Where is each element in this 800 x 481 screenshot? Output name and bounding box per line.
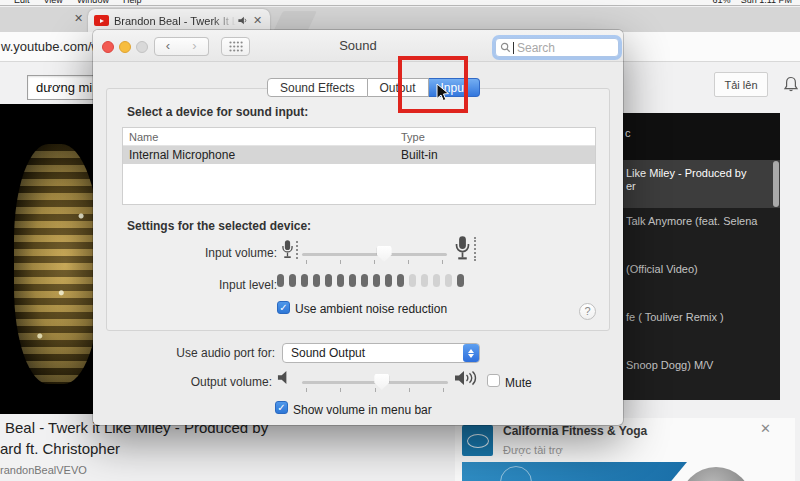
menu-item-window[interactable]: Window bbox=[77, 0, 109, 5]
ad-banner[interactable] bbox=[462, 462, 687, 481]
ambient-noise-label: Use ambient noise reduction bbox=[295, 302, 447, 316]
level-segment bbox=[421, 274, 428, 287]
playlist-item[interactable]: Talk Anymore (feat. Selena bbox=[623, 208, 780, 256]
level-segment bbox=[349, 274, 356, 287]
search-placeholder: Search bbox=[517, 41, 555, 55]
mute-checkbox[interactable] bbox=[487, 374, 500, 387]
playlist-scrollbar[interactable] bbox=[773, 161, 779, 207]
video-player[interactable] bbox=[0, 104, 96, 414]
playlist-item-title: Talk Anymore (feat. Selena bbox=[626, 215, 770, 228]
input-settings-groupbox bbox=[106, 88, 610, 331]
column-name[interactable]: Name bbox=[123, 131, 401, 143]
menu-item-edit[interactable]: Edit bbox=[14, 0, 30, 5]
playlist-item[interactable]: Like Miley - Produced byer bbox=[623, 160, 780, 208]
mute-label: Mute bbox=[505, 376, 532, 390]
playlist-item[interactable]: Snoop Dogg) M/V bbox=[623, 352, 780, 400]
tab-title: Brandon Beal - Twerk It Lik bbox=[114, 15, 236, 27]
output-volume-ticks bbox=[306, 388, 444, 392]
playlist-panel: c Like Miley - Produced byerTalk Anymore… bbox=[623, 113, 780, 400]
macos-menu-bar: EditViewWindowHelp 61% Sun 1:11 PM bbox=[0, 0, 800, 6]
level-segment bbox=[337, 274, 344, 287]
playlist-item[interactable]: (Official Video) bbox=[623, 256, 780, 304]
level-segment bbox=[385, 274, 392, 287]
notification-bell-icon[interactable] bbox=[783, 76, 799, 97]
input-volume-slider[interactable] bbox=[302, 253, 447, 256]
new-tab-button[interactable] bbox=[273, 11, 317, 32]
level-segment bbox=[301, 274, 308, 287]
video-title-line2: ard ft. Christopher bbox=[0, 440, 120, 457]
screen: EditViewWindowHelp 61% Sun 1:11 PM ✕ Bra… bbox=[0, 0, 800, 481]
playlist-item-title: fe ( Touliver Remix ) bbox=[626, 311, 770, 324]
table-row[interactable]: Internal Microphone Built-in bbox=[123, 146, 595, 164]
upload-button[interactable]: Tải lên bbox=[714, 72, 768, 97]
playlist-item-title: Like Miley - Produced by bbox=[626, 167, 770, 180]
mic-large-icon bbox=[454, 234, 471, 268]
playlist-item-title: Snoop Dogg) M/V bbox=[626, 359, 770, 372]
ad-close-icon[interactable]: ✕ bbox=[760, 421, 771, 436]
speaker-loud-icon bbox=[454, 370, 480, 390]
menu-item-view[interactable]: View bbox=[44, 0, 63, 5]
prev-tab-close-icon[interactable]: ✕ bbox=[74, 12, 83, 25]
window-titlebar[interactable]: ‹ › Sound Search bbox=[93, 30, 623, 62]
youtube-favicon-icon bbox=[94, 15, 109, 26]
video-frame-content bbox=[14, 144, 96, 384]
annotation-highlight-box bbox=[398, 56, 468, 113]
search-icon bbox=[500, 42, 511, 53]
speaker-quiet-icon bbox=[277, 370, 292, 389]
playlist-item[interactable]: fe ( Touliver Remix ) bbox=[623, 304, 780, 352]
battery-percent: 61% bbox=[713, 0, 731, 5]
help-button[interactable]: ? bbox=[579, 303, 596, 320]
mic-large-dots bbox=[474, 237, 476, 261]
youtube-search-value: dương min bbox=[36, 80, 99, 95]
show-volume-menubar-checkbox[interactable]: ✓ bbox=[275, 401, 288, 414]
level-segment bbox=[277, 274, 284, 287]
ad-panel: California Fitness & Yoga Được tài trợ ✕ bbox=[455, 418, 795, 481]
tab-close-icon[interactable]: ✕ bbox=[253, 14, 262, 27]
input-volume-ticks bbox=[306, 260, 443, 264]
tab-audio-icon bbox=[237, 12, 248, 30]
channel-name[interactable]: randonBealVEVO bbox=[0, 464, 87, 476]
playlist-header: c bbox=[623, 113, 780, 160]
menu-items: EditViewWindowHelp bbox=[14, 0, 141, 5]
menu-item-help[interactable]: Help bbox=[123, 0, 142, 5]
mic-small-dots bbox=[296, 241, 298, 259]
device-type: Built-in bbox=[401, 148, 438, 162]
level-segment bbox=[373, 274, 380, 287]
settings-section-heading: Settings for the selected device: bbox=[127, 219, 311, 233]
mic-small-icon bbox=[281, 238, 294, 266]
device-section-heading: Select a device for sound input: bbox=[127, 105, 308, 119]
audio-port-label: Use audio port for: bbox=[155, 346, 275, 360]
playlist-item-title: (Official Video) bbox=[626, 263, 770, 276]
level-segment bbox=[397, 274, 404, 287]
upload-button-label: Tải lên bbox=[724, 79, 757, 91]
output-volume-label: Output volume: bbox=[172, 375, 272, 389]
ambient-noise-checkbox[interactable]: ✓ bbox=[277, 301, 290, 314]
level-segment bbox=[361, 274, 368, 287]
ad-photo bbox=[680, 467, 752, 481]
mouse-cursor bbox=[436, 83, 450, 106]
browser-tab-bar: ✕ Brandon Beal - Twerk It Lik ✕ bbox=[0, 7, 800, 32]
output-volume-slider[interactable] bbox=[302, 381, 448, 384]
playlist-items: Like Miley - Produced byerTalk Anymore (… bbox=[623, 160, 780, 400]
table-header-row[interactable]: Name Type bbox=[123, 128, 595, 146]
input-level-label: Input level: bbox=[177, 278, 277, 292]
level-segment bbox=[445, 274, 452, 287]
show-volume-menubar-label: Show volume in menu bar bbox=[293, 403, 432, 417]
ad-title[interactable]: California Fitness & Yoga bbox=[503, 424, 647, 438]
audio-port-dropdown[interactable]: Sound Output bbox=[282, 343, 480, 363]
level-segment bbox=[409, 274, 416, 287]
browser-tab-active[interactable]: Brandon Beal - Twerk It Lik ✕ bbox=[88, 9, 270, 32]
column-type[interactable]: Type bbox=[401, 131, 425, 143]
device-table: Name Type Internal Microphone Built-in bbox=[122, 127, 596, 205]
audio-port-value: Sound Output bbox=[291, 346, 463, 360]
playlist-item-title-line2: er bbox=[626, 180, 770, 193]
menu-status: 61% Sun 1:11 PM bbox=[713, 0, 792, 5]
level-segment bbox=[457, 274, 464, 287]
level-segment bbox=[289, 274, 296, 287]
tab-sound-effects[interactable]: Sound Effects bbox=[267, 78, 368, 97]
dropdown-stepper-icon bbox=[463, 344, 479, 362]
input-volume-label: Input volume: bbox=[177, 246, 277, 260]
level-segment bbox=[433, 274, 440, 287]
window-search-field[interactable]: Search bbox=[495, 38, 619, 57]
level-segment bbox=[325, 274, 332, 287]
